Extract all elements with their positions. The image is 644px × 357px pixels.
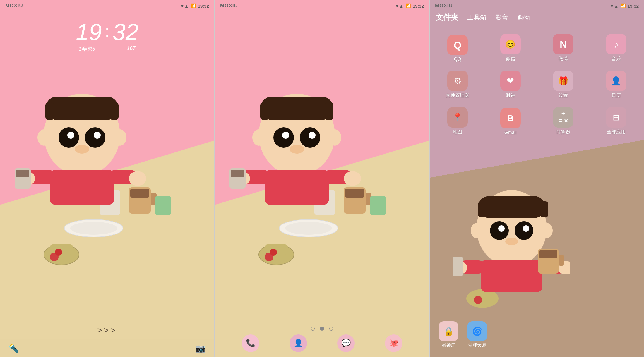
dock-browser-icon[interactable]: 🐙 <box>385 334 402 352</box>
app-calculator-label: 计算器 <box>556 129 570 135</box>
bottom-bar-1: 🔦 📷 <box>0 339 214 357</box>
bottom-apps-row: 🔒 微锁屏 🌀 清理大师 <box>430 321 644 348</box>
svg-rect-45 <box>325 102 333 120</box>
time-3: 19:32 <box>628 4 639 8</box>
app-cleaner-label: 清理大师 <box>468 343 486 348</box>
svg-point-32 <box>285 222 332 235</box>
svg-rect-44 <box>260 102 269 120</box>
app-grid: Q QQ 😊 微信 N 微博 ♪ 音乐 ⚙ 文件管理器 ❤ 时钟 🎁 设置 � <box>430 25 644 177</box>
svg-point-20 <box>75 145 89 154</box>
svg-rect-53 <box>265 170 329 205</box>
svg-rect-83 <box>559 255 564 266</box>
nav-toolbox[interactable]: 工具箱 <box>467 13 487 22</box>
svg-rect-80 <box>453 257 463 276</box>
app-weibo[interactable]: N 微博 <box>537 28 590 64</box>
svg-rect-58 <box>231 170 244 177</box>
app-allapps-label: 全部应用 <box>607 129 626 135</box>
app-calculator[interactable]: += × 计算器 <box>537 101 590 138</box>
flashlight-icon[interactable]: 🔦 <box>9 344 19 353</box>
app-maps[interactable]: 📍 地图 <box>431 101 484 138</box>
svg-point-51 <box>252 129 265 146</box>
app-gmail[interactable]: B Gmail <box>484 101 537 138</box>
time-1: 19:32 <box>198 4 209 8</box>
app-music[interactable]: ♪ 音乐 <box>590 28 643 64</box>
svg-point-52 <box>328 129 341 146</box>
page-dots <box>311 327 333 331</box>
wifi-icon-2: 📶 <box>405 3 411 8</box>
svg-rect-28 <box>16 170 29 177</box>
status-bar-2: MOXIU ▼▲ 📶 19:32 <box>215 0 429 12</box>
app-wechat-label: 微信 <box>506 56 515 62</box>
svg-point-71 <box>498 225 505 232</box>
nav-shopping[interactable]: 购物 <box>517 13 530 22</box>
brand-label-3: MOXIU <box>435 3 453 9</box>
signal-icon-1: ▼▲ <box>180 4 189 8</box>
app-lockscreen[interactable]: 🔒 微锁屏 <box>439 321 458 348</box>
app-qq-label: QQ <box>454 57 461 62</box>
nav-folder[interactable]: 文件夹 <box>436 12 458 23</box>
svg-rect-40 <box>370 196 386 215</box>
dot-1[interactable] <box>311 327 315 331</box>
svg-point-22 <box>114 129 126 146</box>
app-lockscreen-label: 微锁屏 <box>442 343 455 348</box>
app-qq[interactable]: Q QQ <box>431 28 484 64</box>
swipe-arrows[interactable]: >>> <box>97 326 117 335</box>
appdrawer-panel: MOXIU ▼▲ 📶 19:32 文件夹 工具箱 影音 购物 Q QQ 😊 微信… <box>430 0 644 357</box>
signal-icon-2: ▼▲ <box>395 4 404 8</box>
svg-rect-9 <box>130 189 149 198</box>
app-weibo-label: 微博 <box>559 56 568 62</box>
svg-rect-84 <box>539 250 557 258</box>
svg-rect-39 <box>345 189 364 198</box>
status-bar-3: MOXIU ▼▲ 📶 19:32 <box>430 0 644 12</box>
dock-sms-icon[interactable]: 💬 <box>337 334 355 352</box>
svg-rect-13 <box>45 97 119 120</box>
app-calendar[interactable]: 👤 日历 <box>590 64 643 101</box>
svg-point-29 <box>129 171 146 186</box>
homescreen-panel: MOXIU ▼▲ 📶 19:32 <box>215 0 429 357</box>
top-nav: 文件夹 工具箱 影音 购物 <box>430 12 644 23</box>
app-filemanager-label: 文件管理器 <box>446 92 469 99</box>
character-scene-2 <box>215 0 429 357</box>
svg-point-50 <box>290 145 304 154</box>
app-calendar-label: 日历 <box>612 92 621 99</box>
svg-rect-66 <box>478 196 545 218</box>
app-filemanager[interactable]: ⚙ 文件管理器 <box>431 64 484 101</box>
status-icons-1: ▼▲ 📶 19:32 <box>180 3 209 8</box>
app-allapps[interactable]: ⊞ 全部应用 <box>590 101 643 138</box>
dock-phone-icon[interactable]: 📞 <box>242 334 259 352</box>
camera-icon[interactable]: 📷 <box>195 344 205 353</box>
character-scene-3 <box>453 181 570 328</box>
svg-rect-15 <box>110 102 119 120</box>
lockscreen-panel: MOXIU ▼▲ 📶 19:32 19 : 32 1年风6 167 <box>0 0 214 357</box>
app-maps-label: 地图 <box>453 129 462 135</box>
dock-contacts-icon[interactable]: 👤 <box>290 334 307 352</box>
app-cleaner[interactable]: 🌀 清理大师 <box>467 321 487 348</box>
svg-point-18 <box>67 132 74 139</box>
svg-rect-14 <box>45 102 54 120</box>
svg-point-74 <box>471 223 482 238</box>
svg-rect-68 <box>540 201 548 217</box>
app-music-label: 音乐 <box>612 56 621 62</box>
app-settings[interactable]: 🎁 设置 <box>537 64 590 101</box>
status-icons-3: ▼▲ 📶 19:32 <box>610 3 639 8</box>
app-clock[interactable]: ❤ 时钟 <box>484 64 537 101</box>
svg-point-59 <box>344 171 361 186</box>
dot-3[interactable] <box>329 327 333 331</box>
app-wechat[interactable]: 😊 微信 <box>484 28 537 64</box>
svg-rect-67 <box>478 201 486 217</box>
dock: 📞 👤 💬 🐙 <box>215 332 429 354</box>
svg-point-6 <box>55 249 62 256</box>
wifi-icon-1: 📶 <box>191 3 196 8</box>
wifi-icon-3: 📶 <box>620 3 626 8</box>
svg-rect-43 <box>260 97 333 120</box>
svg-point-2 <box>70 222 117 235</box>
svg-point-48 <box>282 132 289 139</box>
time-2: 19:32 <box>413 4 424 8</box>
svg-point-36 <box>270 249 277 256</box>
nav-media[interactable]: 影音 <box>495 13 508 22</box>
svg-point-49 <box>309 132 316 139</box>
brand-label-2: MOXIU <box>220 3 238 9</box>
app-settings-label: 设置 <box>559 92 568 99</box>
status-icons-2: ▼▲ 📶 19:32 <box>395 3 424 8</box>
dot-2[interactable] <box>320 327 324 331</box>
